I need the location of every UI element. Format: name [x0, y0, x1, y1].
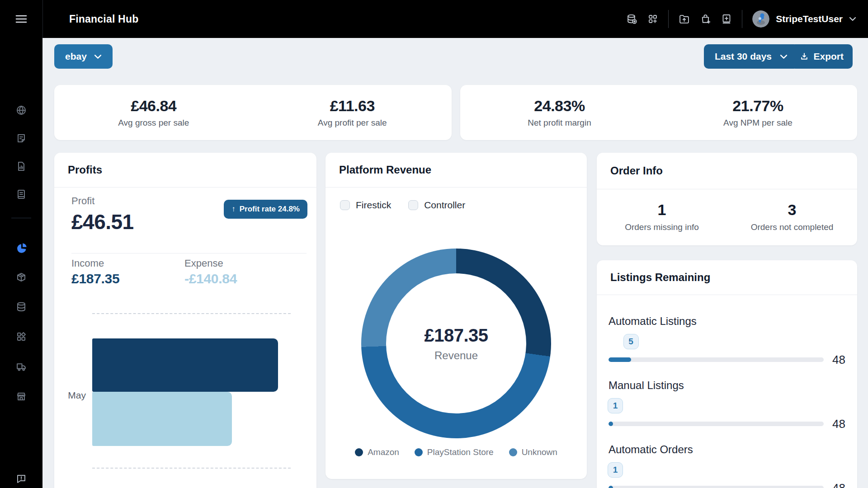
avatar: [752, 10, 769, 28]
income-bar: [92, 338, 278, 392]
listing-label: Automatic Listings: [609, 315, 845, 328]
progress-track: [609, 422, 824, 426]
profits-bar-chart: May: [92, 313, 291, 469]
remaining-count: 48: [829, 418, 845, 430]
book-add-icon: [721, 14, 732, 24]
ledger-icon: [16, 189, 27, 200]
orders-not-completed-label: Orders not completed: [751, 222, 834, 232]
stat-label: Net profit margin: [528, 118, 591, 128]
chat-alert-icon: [16, 474, 27, 484]
app-title: Financial Hub: [69, 13, 138, 25]
folder-upload-icon: [679, 14, 690, 25]
sidebar-item-categories[interactable]: [16, 331, 27, 342]
stat-label: Avg NPM per sale: [723, 118, 793, 128]
hamburger-menu-button[interactable]: [0, 0, 42, 38]
user-name: StripeTestUser: [776, 14, 843, 24]
bag-add-button[interactable]: [700, 14, 711, 25]
revenue-caption: Revenue: [434, 349, 478, 362]
filter-controller[interactable]: Controller: [408, 200, 465, 211]
income-label: Income: [71, 258, 104, 269]
legend-label: PlayStation Store: [427, 447, 494, 457]
platform-selector-button[interactable]: ebay: [54, 44, 113, 69]
database-icon: [16, 301, 27, 312]
progress-fill: [609, 486, 613, 488]
sidebar-item-shipping[interactable]: [16, 361, 27, 372]
bag-add-icon: [700, 14, 711, 25]
sidebar-item-database[interactable]: [16, 301, 27, 312]
export-label: Export: [813, 51, 844, 62]
profits-card-title: Profits: [68, 164, 102, 176]
apps-add-icon: [647, 14, 658, 24]
listings-remaining-card: Listings Remaining Automatic Listings 5 …: [597, 260, 857, 488]
margin-stats-card: 24.83% Net profit margin 21.77% Avg NPM …: [460, 85, 857, 140]
current-count-badge: 1: [608, 462, 623, 478]
sidebar-item-feedback[interactable]: [16, 474, 27, 484]
listing-row-automatic-orders: Automatic Orders 1 48: [609, 443, 845, 488]
stat-label: Avg gross per sale: [118, 118, 189, 128]
user-menu[interactable]: StripeTestUser: [752, 10, 856, 28]
income-value: £187.35: [71, 271, 119, 286]
profit-label: Profit: [71, 195, 94, 207]
donut-legend: Amazon PlayStation Store Unknown: [326, 447, 587, 457]
arrow-up-icon: ↑: [231, 205, 236, 214]
date-range-label: Last 30 days: [715, 51, 772, 62]
listing-row-manual-listings: Manual Listings 1 48: [609, 379, 845, 430]
revenue-total: £187.35: [424, 325, 488, 346]
database-add-button[interactable]: [626, 14, 637, 25]
listing-label: Automatic Orders: [609, 443, 845, 456]
checkbox-unchecked[interactable]: [408, 200, 418, 210]
book-add-button[interactable]: [721, 14, 732, 24]
progress-fill: [609, 422, 613, 426]
stat-value: 21.77%: [732, 97, 783, 115]
filter-label: Firestick: [356, 200, 391, 211]
hamburger-icon: [15, 14, 27, 23]
checkbox-unchecked[interactable]: [340, 200, 350, 210]
database-add-icon: [626, 14, 637, 25]
chevron-down-icon: [849, 17, 856, 21]
truck-icon: [16, 361, 27, 372]
categories-icon: [16, 331, 27, 342]
revenue-donut-chart: £187.35 Revenue: [361, 249, 551, 438]
header-divider: [42, 0, 43, 38]
package-icon: [16, 272, 27, 282]
report-icon: [16, 161, 27, 172]
filter-firestick[interactable]: Firestick: [340, 200, 391, 211]
orders-missing-label: Orders missing info: [625, 222, 699, 232]
progress-fill: [609, 357, 631, 362]
sidebar-item-inventory[interactable]: [16, 272, 27, 282]
avg-sale-stats-card: £46.84 Avg gross per sale £11.63 Avg pro…: [54, 85, 452, 140]
sidebar: [0, 38, 42, 488]
export-button[interactable]: Export: [791, 44, 853, 69]
filter-label: Controller: [424, 200, 465, 211]
profit-rate-badge: ↑ Profit rate 24.8%: [224, 200, 307, 219]
expense-value: -£140.84: [184, 271, 237, 286]
stat-label: Avg profit per sale: [318, 118, 387, 128]
orders-not-completed-count: 3: [788, 201, 797, 219]
pie-chart-icon: [16, 242, 28, 254]
legend-item-amazon[interactable]: Amazon: [355, 447, 399, 457]
chevron-down-icon: [780, 54, 788, 59]
orders-missing-count: 1: [658, 201, 666, 219]
download-icon: [800, 52, 809, 61]
current-count-badge: 5: [623, 334, 639, 349]
order-info-title: Order Info: [610, 164, 663, 177]
apps-add-button[interactable]: [647, 14, 658, 24]
expense-label: Expense: [184, 258, 223, 269]
legend-dot: [415, 448, 423, 456]
folder-upload-button[interactable]: [679, 14, 690, 25]
legend-item-playstation-store[interactable]: PlayStation Store: [415, 447, 494, 457]
sidebar-item-reports[interactable]: [16, 161, 27, 172]
sidebar-item-ledger[interactable]: [16, 189, 27, 200]
sidebar-item-notes[interactable]: [16, 133, 27, 144]
legend-label: Unknown: [522, 447, 557, 457]
sidebar-item-store[interactable]: [16, 391, 27, 402]
sidebar-item-globe[interactable]: [16, 105, 27, 116]
bar-category-label: May: [63, 390, 86, 401]
platform-selector-label: ebay: [65, 51, 87, 62]
remaining-count: 48: [829, 482, 845, 488]
sidebar-item-analytics[interactable]: [16, 242, 27, 253]
date-range-button[interactable]: Last 30 days: [704, 44, 798, 69]
globe-icon: [16, 105, 27, 116]
listing-row-automatic-listings: Automatic Listings 5 48: [609, 315, 845, 366]
legend-item-unknown[interactable]: Unknown: [509, 447, 557, 457]
